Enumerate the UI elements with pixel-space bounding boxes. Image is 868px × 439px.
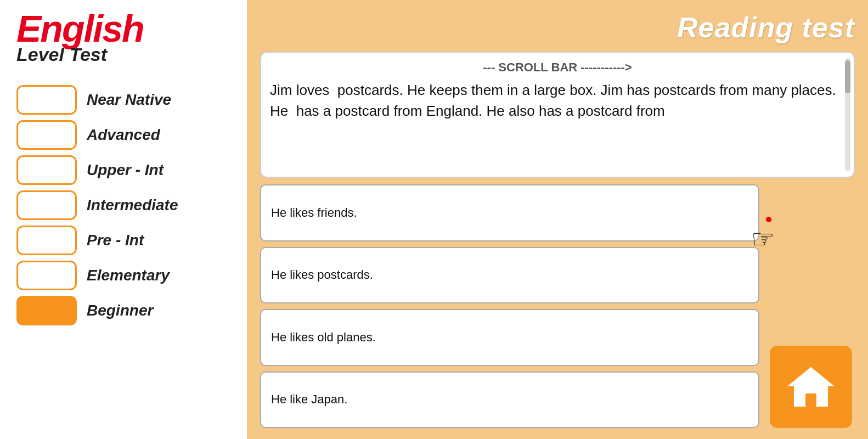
scroll-bar-label: --- SCROLL BAR -----------> — [270, 60, 845, 75]
answer-option-b[interactable]: He likes postcards. — [260, 247, 759, 304]
home-button-area: ☞ — [767, 184, 855, 428]
answer-option-c[interactable]: He likes old planes. — [260, 309, 759, 366]
answers-list: He likes friends.He likes postcards.He l… — [260, 184, 759, 428]
level-item-intermediate[interactable]: Intermediate — [16, 190, 236, 220]
cursor-dot — [766, 217, 771, 222]
level-list: Near NativeAdvancedUpper - IntIntermedia… — [16, 85, 236, 325]
level-label-intermediate: Intermediate — [87, 196, 178, 214]
home-button[interactable] — [770, 346, 852, 428]
content-area: --- SCROLL BAR -----------> Jim loves po… — [260, 52, 855, 428]
svg-rect-1 — [805, 393, 816, 406]
logo-english: English — [16, 10, 144, 47]
level-box-advanced[interactable] — [16, 120, 77, 150]
reading-passage-wrapper: --- SCROLL BAR -----------> Jim loves po… — [260, 52, 855, 178]
level-box-near-native[interactable] — [16, 85, 77, 115]
level-box-upper-int[interactable] — [16, 155, 77, 185]
level-box-pre-int[interactable] — [16, 226, 77, 255]
home-icon — [786, 365, 836, 409]
level-item-elementary[interactable]: Elementary — [16, 261, 236, 290]
level-box-beginner[interactable] — [16, 296, 77, 325]
reading-text: Jim loves postcards. He keeps them in a … — [270, 80, 845, 121]
level-label-upper-int: Upper - Int — [87, 161, 164, 179]
scrollbar-thumb — [845, 60, 850, 93]
logo-area: English Level Test — [16, 10, 144, 65]
answer-option-d[interactable]: He like Japan. — [260, 372, 759, 429]
level-label-pre-int: Pre - Int — [87, 232, 144, 249]
level-item-pre-int[interactable]: Pre - Int — [16, 226, 236, 255]
right-panel: Reading test --- SCROLL BAR ----------->… — [247, 0, 868, 439]
answer-option-a[interactable]: He likes friends. — [260, 184, 759, 241]
level-item-beginner[interactable]: Beginner — [16, 296, 236, 325]
level-item-near-native[interactable]: Near Native — [16, 85, 236, 115]
answers-area: He likes friends.He likes postcards.He l… — [260, 184, 855, 428]
page-title: Reading test — [260, 11, 855, 44]
level-item-upper-int[interactable]: Upper - Int — [16, 155, 236, 185]
level-label-near-native: Near Native — [87, 91, 171, 109]
level-label-advanced: Advanced — [87, 126, 160, 144]
passage-scrollbar[interactable] — [845, 58, 850, 171]
level-label-beginner: Beginner — [87, 302, 153, 319]
level-label-elementary: Elementary — [87, 267, 170, 284]
left-panel: English Level Test Near NativeAdvancedUp… — [0, 0, 247, 439]
level-box-intermediate[interactable] — [16, 190, 77, 220]
level-item-advanced[interactable]: Advanced — [16, 120, 236, 150]
level-box-elementary[interactable] — [16, 261, 77, 290]
